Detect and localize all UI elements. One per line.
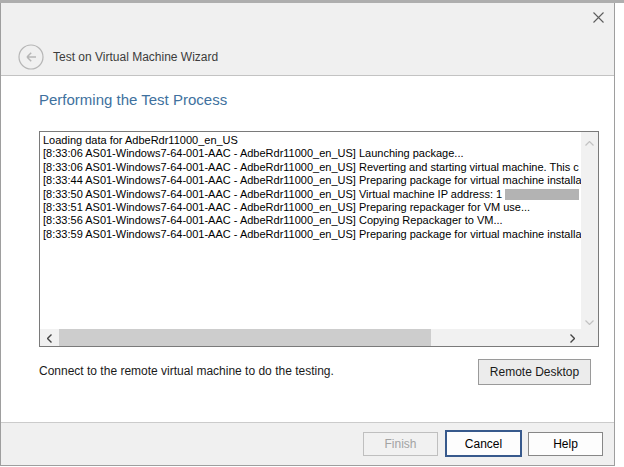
scroll-down-button[interactable] xyxy=(581,312,598,328)
help-button[interactable]: Help xyxy=(528,432,603,456)
horizontal-scrollbar[interactable] xyxy=(40,329,581,346)
log-line-text: [8:33:56 AS01-Windows7-64-001-AAC - Adbe… xyxy=(43,214,503,227)
log-line-text: Loading data for AdbeRdr11000_en_US xyxy=(43,134,238,147)
finish-button[interactable]: Finish xyxy=(363,432,438,456)
remote-desktop-button[interactable]: Remote Desktop xyxy=(478,359,591,385)
log-line[interactable]: [8:33:59 AS01-Windows7-64-001-AAC - Adbe… xyxy=(43,228,581,241)
log-line[interactable]: [8:33:44 AS01-Windows7-64-001-AAC - Adbe… xyxy=(43,174,581,187)
log-line-text: [8:33:06 AS01-Windows7-64-001-AAC - Adbe… xyxy=(43,161,579,174)
log-line-text: [8:33:06 AS01-Windows7-64-001-AAC - Adbe… xyxy=(43,147,464,160)
chevron-right-icon xyxy=(570,329,575,347)
log-line[interactable]: [8:33:06 AS01-Windows7-64-001-AAC - Adbe… xyxy=(43,161,581,174)
log-line-text: [8:33:59 AS01-Windows7-64-001-AAC - Adbe… xyxy=(43,228,581,241)
wizard-header: Test on Virtual Machine Wizard xyxy=(1,3,614,75)
wizard-title: Test on Virtual Machine Wizard xyxy=(53,50,218,64)
wizard-dialog: Test on Virtual Machine Wizard Performin… xyxy=(0,3,615,466)
redacted-ip-bar xyxy=(505,189,579,200)
log-line[interactable]: [8:33:51 AS01-Windows7-64-001-AAC - Adbe… xyxy=(43,201,581,214)
log-line-text: [8:33:44 AS01-Windows7-64-001-AAC - Adbe… xyxy=(43,174,581,187)
scroll-up-button[interactable] xyxy=(581,133,598,149)
log-line[interactable]: [8:33:50 AS01-Windows7-64-001-AAC - Adbe… xyxy=(43,188,581,201)
log-listbox[interactable]: Loading data for AdbeRdr11000_en_US[8:33… xyxy=(39,131,599,347)
close-button[interactable] xyxy=(587,8,609,30)
page-title: Performing the Test Process xyxy=(39,91,227,108)
horizontal-scrollbar-thumb[interactable] xyxy=(59,329,431,346)
scroll-left-button[interactable] xyxy=(41,329,57,346)
scrollbar-corner xyxy=(581,329,598,346)
log-line[interactable]: Loading data for AdbeRdr11000_en_US xyxy=(43,134,581,147)
log-line-text: [8:33:51 AS01-Windows7-64-001-AAC - Adbe… xyxy=(43,201,530,214)
footer-separator xyxy=(1,422,614,423)
cancel-button[interactable]: Cancel xyxy=(445,430,522,457)
log-line[interactable]: [8:33:56 AS01-Windows7-64-001-AAC - Adbe… xyxy=(43,214,581,227)
status-message: Connect to the remote virtual machine to… xyxy=(39,364,334,378)
close-icon xyxy=(592,10,605,28)
vertical-scrollbar[interactable] xyxy=(581,132,598,329)
scroll-right-button[interactable] xyxy=(564,329,580,346)
back-button[interactable] xyxy=(18,44,44,70)
chevron-up-icon xyxy=(585,132,594,150)
back-arrow-icon xyxy=(18,56,44,73)
log-line[interactable]: [8:33:06 AS01-Windows7-64-001-AAC - Adbe… xyxy=(43,147,581,160)
chevron-down-icon xyxy=(585,311,594,329)
chevron-left-icon xyxy=(47,329,52,347)
log-line-text: [8:33:50 AS01-Windows7-64-001-AAC - Adbe… xyxy=(43,188,502,201)
log-list: Loading data for AdbeRdr11000_en_US[8:33… xyxy=(40,132,581,329)
